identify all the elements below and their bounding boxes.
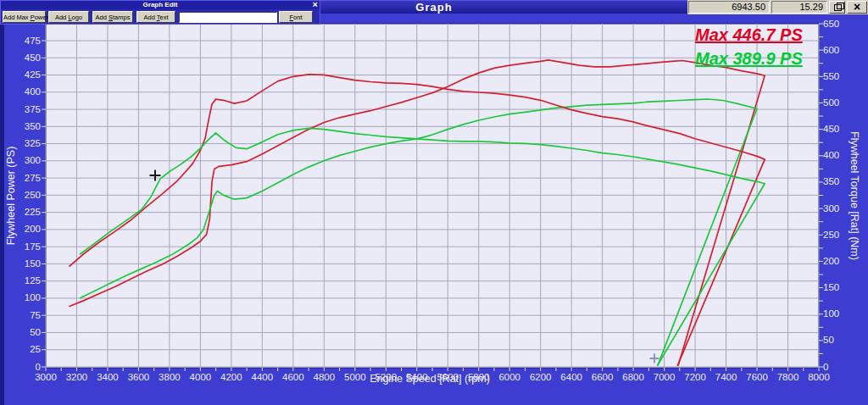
right-axis-tick-label: 250 [823, 230, 852, 241]
graph-edit-button-font[interactable]: Font [279, 11, 313, 23]
y-axis-left-title: Flywheel Power (PS) [5, 35, 17, 357]
x-axis-tick-label: 7200 [678, 372, 712, 383]
right-axis-tick-label: 50 [823, 335, 852, 346]
restore-icon [834, 4, 842, 11]
x-axis-tick-label: 3600 [121, 372, 155, 383]
x-axis-tick-label: 4000 [183, 372, 217, 383]
x-axis-tick-label: 7000 [648, 372, 682, 383]
status-secondary-readout: 15.29 [771, 1, 827, 14]
status-rpm-readout: 6943.50 [688, 1, 770, 14]
y-axis-right-title: Flywheel Torque [Rat] (Nm) [849, 35, 860, 357]
right-axis-tick-label: 450 [823, 124, 852, 135]
right-axis-tick-label: 150 [823, 282, 852, 293]
x-axis-tick-label: 3400 [91, 372, 125, 383]
close-button[interactable]: × [847, 1, 867, 14]
plot-canvas[interactable] [0, 0, 868, 405]
graph-edit-button-add-stamps[interactable]: Add Stamps [92, 11, 133, 23]
graph-edit-button-add-text[interactable]: Add Text [136, 11, 175, 23]
right-axis-tick-label: 600 [823, 45, 852, 56]
graph-edit-titlebar[interactable]: Graph Edit × [1, 1, 320, 9]
x-axis-tick-label: 6800 [616, 372, 650, 383]
right-axis-tick-label: 0 [823, 362, 852, 373]
left-axis-tick-label: 0 [10, 362, 41, 373]
right-axis-tick-label: 400 [823, 150, 852, 161]
right-axis-tick-label: 100 [823, 308, 852, 319]
dyno-graph-window: 0255075100125150175200225250275300325350… [0, 0, 868, 405]
x-axis-tick-label: 3800 [153, 372, 186, 383]
graph-edit-button-add-max-power[interactable]: Add Max Power [3, 11, 46, 23]
x-axis-tick-label: 7800 [771, 372, 805, 383]
x-axis-tick-label: 7600 [740, 372, 774, 383]
annotation-text-input[interactable] [179, 12, 277, 23]
right-axis-tick-label: 550 [823, 71, 852, 82]
x-axis-tick-label: 3200 [59, 372, 93, 383]
right-axis-tick-label: 500 [823, 97, 852, 108]
x-axis-title: Engine Speed [Rat] (rpm) [269, 373, 591, 385]
graph-edit-close-icon[interactable]: × [313, 0, 318, 9]
right-axis-tick-label: 350 [823, 176, 852, 187]
x-axis-tick-label: 3000 [29, 372, 63, 383]
right-axis-tick-label: 650 [823, 19, 852, 30]
right-axis-tick-label: 200 [823, 256, 852, 267]
graph-edit-window: Graph Edit × Add Max PowerAdd LogoAdd St… [0, 0, 320, 25]
x-axis-tick-label: 8000 [802, 372, 836, 383]
x-axis-tick-label: 4200 [214, 372, 248, 383]
status-panel: 6943.50 15.29 × [687, 0, 868, 14]
right-axis-tick-label: 300 [823, 203, 852, 214]
graph-edit-button-add-logo[interactable]: Add Logo [48, 11, 89, 23]
x-axis-tick-label: 7400 [709, 372, 743, 383]
graph-edit-title: Graph Edit [1, 1, 320, 9]
restore-button[interactable] [829, 1, 845, 14]
